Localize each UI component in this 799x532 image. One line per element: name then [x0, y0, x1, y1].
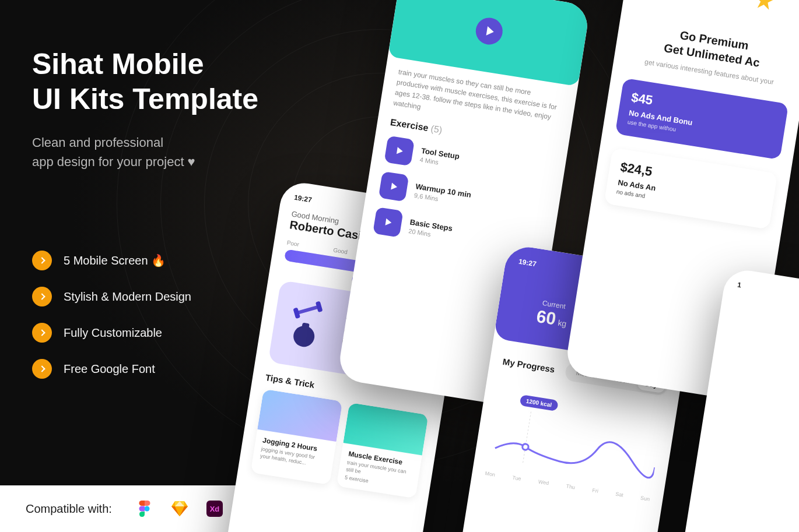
chevron-right-icon	[32, 251, 52, 270]
play-icon[interactable]	[373, 207, 404, 238]
hero-section: Sihat Mobile UI Kits Template Clean and …	[32, 47, 258, 171]
star-icon: ★	[750, 0, 790, 24]
feature-item: Stylish & Modern Design	[32, 287, 191, 306]
play-icon[interactable]	[384, 136, 415, 167]
adobe-xd-icon: Xd	[205, 499, 224, 518]
stat-current: Current 60 kg	[535, 298, 569, 331]
tip-card-jogging[interactable]: Jogging 2 Hours jogging is very good for…	[251, 389, 343, 485]
figma-icon	[135, 499, 154, 518]
feature-item: 5 Mobile Screen 🔥	[32, 251, 191, 270]
svg-point-16	[522, 443, 529, 450]
play-icon[interactable]	[474, 16, 504, 47]
hero-title: Sihat Mobile UI Kits Template	[32, 47, 258, 117]
play-icon[interactable]	[379, 171, 409, 202]
pricing-plan-primary[interactable]: $45 No Ads And Bonu use the app withou	[615, 77, 789, 160]
chevron-right-icon	[32, 287, 52, 306]
tip-card-muscle[interactable]: Muscle Exercise train your muscle you ca…	[337, 403, 429, 499]
status-time: 19:27	[518, 258, 537, 269]
gym-equipment-icon	[284, 296, 339, 357]
sketch-icon	[170, 499, 189, 518]
pricing-plan-secondary[interactable]: $24,5 No Ads An no ads and	[604, 147, 778, 230]
feature-item: Fully Customizable	[32, 323, 191, 343]
compatible-label: Compatible with:	[26, 502, 112, 516]
svg-point-0	[144, 506, 149, 512]
chevron-right-icon	[32, 323, 52, 343]
status-time: 19:27	[293, 193, 313, 205]
svg-text:Xd: Xd	[210, 505, 220, 513]
compatible-bar: Compatible with: Xd	[0, 485, 250, 532]
chevron-right-icon	[32, 359, 52, 379]
status-time: 1	[737, 281, 742, 290]
svg-line-15	[523, 411, 531, 464]
hero-subtitle: Clean and professional app design for yo…	[32, 133, 258, 171]
progress-heading: My Progress	[502, 356, 556, 374]
feature-item: Free Google Font	[32, 359, 191, 379]
svg-rect-14	[302, 323, 309, 330]
svg-rect-10	[296, 305, 320, 315]
feature-list: 5 Mobile Screen 🔥 Stylish & Modern Desig…	[32, 251, 191, 395]
